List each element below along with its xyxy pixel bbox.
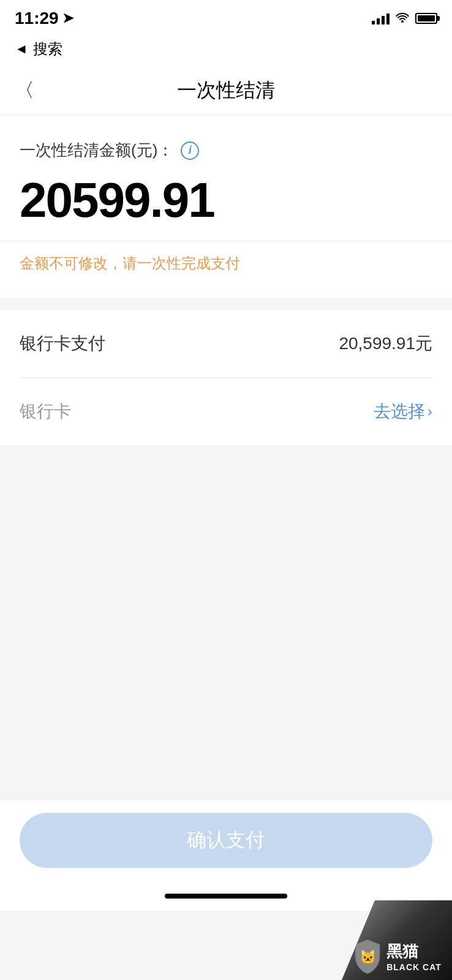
select-bank-card-button[interactable]: 去选择 › <box>374 400 432 423</box>
back-button[interactable]: 〈 <box>15 77 34 104</box>
divider-1 <box>0 241 452 241</box>
english-brand-text: BLACK CAT <box>386 962 442 972</box>
cat-logo: 🐱 黑猫 BLACK CAT <box>352 938 442 974</box>
search-label[interactable]: 搜索 <box>33 39 62 59</box>
signal-icon <box>372 12 390 24</box>
time-display: 11:29 <box>15 9 59 28</box>
select-bank-card-label[interactable]: 去选择 <box>374 400 425 423</box>
bottom-section: 确认支付 <box>0 801 452 886</box>
payment-section: 银行卡支付 20,599.91元 银行卡 去选择 › <box>0 310 452 445</box>
amount-label-row: 一次性结清金额(元)： i <box>20 140 432 161</box>
home-bar <box>165 894 287 899</box>
page-title: 一次性结清 <box>177 77 275 104</box>
wifi-icon <box>396 12 409 26</box>
amount-value: 20599.91 <box>20 172 432 228</box>
warning-text: 金额不可修改，请一次性完成支付 <box>20 254 432 273</box>
svg-text:🐱: 🐱 <box>360 949 377 965</box>
bank-card-label: 银行卡 <box>20 400 71 423</box>
bank-card-payment-row: 银行卡支付 20,599.91元 <box>20 310 432 378</box>
bank-card-select-row[interactable]: 银行卡 去选择 › <box>20 378 432 445</box>
black-cat-watermark: 🐱 黑猫 BLACK CAT <box>342 900 452 980</box>
chevron-right-icon: › <box>428 403 432 420</box>
cat-shield-icon: 🐱 <box>352 938 383 974</box>
chinese-brand-text: 黑猫 <box>386 941 418 962</box>
section-gap-1 <box>0 298 452 310</box>
battery-icon <box>415 13 437 24</box>
bank-card-payment-label: 银行卡支付 <box>20 332 105 355</box>
search-bar: ◄ 搜索 <box>0 37 452 66</box>
content-area: 一次性结清金额(元)： i 20599.91 金额不可修改，请一次性完成支付 <box>0 115 452 298</box>
status-bar: 11:29 ➤ <box>0 0 452 37</box>
back-arrow-icon[interactable]: ◄ <box>15 41 28 57</box>
gray-area <box>0 445 452 801</box>
bank-card-payment-value: 20,599.91元 <box>339 332 432 355</box>
status-time: 11:29 ➤ <box>15 9 73 28</box>
location-arrow-icon: ➤ <box>62 10 73 26</box>
status-icons <box>372 12 437 26</box>
info-icon[interactable]: i <box>181 141 199 160</box>
amount-label: 一次性结清金额(元)： <box>20 140 173 161</box>
nav-bar: 〈 一次性结清 <box>0 66 452 115</box>
confirm-payment-button[interactable]: 确认支付 <box>20 813 432 868</box>
